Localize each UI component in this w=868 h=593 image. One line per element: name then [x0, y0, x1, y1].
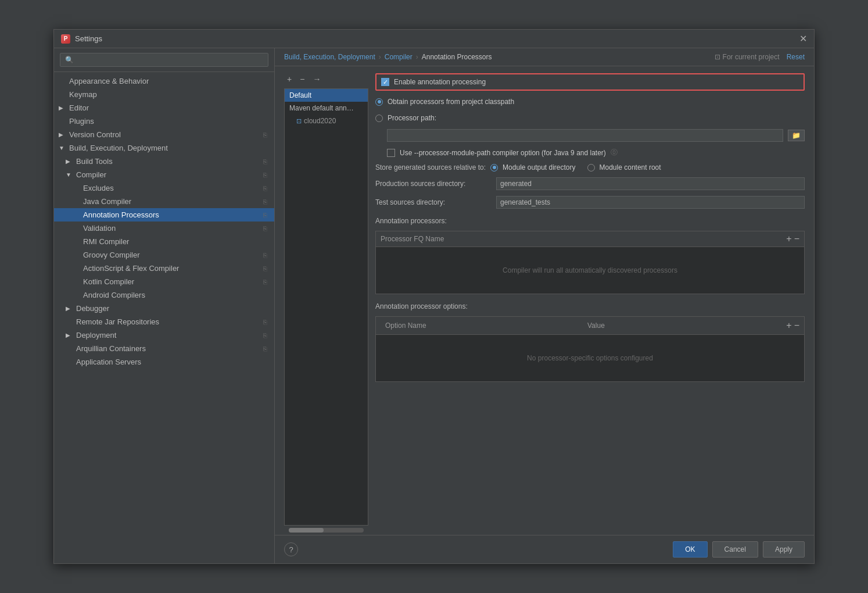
- production-sources-row: Production sources directory:: [375, 177, 805, 190]
- enable-annotation-label: Enable annotation processing: [394, 78, 486, 86]
- main-content: Build, Execution, Deployment › Compiler …: [275, 48, 814, 563]
- sidebar-item-debugger[interactable]: ▶ Debugger: [54, 302, 274, 315]
- copy-icon: ⎘: [263, 252, 267, 259]
- breadcrumb: Build, Execution, Deployment › Compiler …: [284, 53, 492, 61]
- sidebar-item-deployment[interactable]: ▶ Deployment ⎘: [54, 328, 274, 342]
- profile-item-default[interactable]: Default: [285, 89, 368, 102]
- enable-annotation-checkbox[interactable]: ✓: [381, 78, 389, 86]
- arrow-icon: ▶: [59, 131, 66, 138]
- sidebar-item-kotlin-compiler[interactable]: Kotlin Compiler ⎘: [54, 275, 274, 288]
- title-bar: P Settings ✕: [54, 30, 814, 48]
- dialog-title: Settings: [75, 34, 102, 43]
- sidebar-item-label: Android Compilers: [83, 291, 145, 299]
- breadcrumb-build-execution[interactable]: Build, Execution, Deployment: [284, 53, 375, 61]
- sidebar-item-keymap[interactable]: Keymap: [54, 88, 274, 101]
- sidebar-item-label: Appearance & Behavior: [69, 77, 149, 85]
- arrow-icon: ▶: [66, 305, 73, 312]
- remove-profile-button[interactable]: −: [297, 73, 307, 85]
- sidebar-item-label: Debugger: [76, 304, 109, 313]
- ok-button[interactable]: OK: [673, 541, 707, 558]
- help-tooltip-icon[interactable]: ⓪: [611, 148, 618, 158]
- sidebar-item-excludes[interactable]: Excludes ⎘: [54, 181, 274, 195]
- reset-link[interactable]: Reset: [787, 53, 805, 61]
- horizontal-scrollbar[interactable]: [289, 528, 364, 533]
- processor-path-radio[interactable]: [375, 115, 383, 122]
- arrow-icon: ▼: [59, 145, 66, 151]
- sidebar-item-rmi-compiler[interactable]: RMI Compiler: [54, 235, 274, 248]
- obtain-classpath-radio[interactable]: [375, 98, 383, 106]
- module-output-label: Module output directory: [503, 163, 575, 172]
- use-module-label: Use --processor-module-path compiler opt…: [400, 149, 606, 157]
- sidebar-item-version-control[interactable]: ▶ Version Control ⎘: [54, 128, 274, 141]
- add-processor-button[interactable]: +: [786, 234, 791, 244]
- sidebar-item-label: Build Tools: [76, 157, 113, 166]
- production-sources-input[interactable]: [496, 177, 805, 190]
- navigate-button[interactable]: →: [310, 73, 324, 85]
- close-button[interactable]: ✕: [799, 33, 807, 44]
- sidebar-item-appearance[interactable]: Appearance & Behavior: [54, 74, 274, 88]
- sidebar-item-label: Annotation Processors: [83, 210, 159, 219]
- sidebar-item-arquillian[interactable]: Arquillian Containers ⎘: [54, 342, 274, 355]
- left-panel: + − → Default Maven default ann…: [284, 73, 368, 528]
- breadcrumb-sep-1: ›: [379, 53, 381, 61]
- remove-processor-button[interactable]: −: [794, 234, 799, 244]
- processor-path-label: Processor path:: [388, 114, 436, 122]
- breadcrumb-sep-2: ›: [416, 53, 418, 61]
- obtain-classpath-row: Obtain processors from project classpath: [375, 97, 805, 107]
- sidebar-item-actionscript[interactable]: ActionScript & Flex Compiler ⎘: [54, 262, 274, 275]
- sidebar-item-build-tools[interactable]: ▶ Build Tools ⎘: [54, 155, 274, 168]
- sidebar-item-android-compilers[interactable]: Android Compilers: [54, 288, 274, 302]
- add-option-button[interactable]: +: [786, 320, 791, 331]
- sidebar-item-editor[interactable]: ▶ Editor: [54, 101, 274, 115]
- module-output-radio[interactable]: [490, 164, 498, 172]
- profile-item-cloud2020[interactable]: ⊡ cloud2020: [285, 115, 368, 127]
- sidebar-item-remote-jar[interactable]: Remote Jar Repositories ⎘: [54, 315, 274, 328]
- copy-icon: ⎘: [263, 158, 267, 165]
- copy-icon: ⎘: [263, 278, 267, 285]
- option-name-col: Option Name: [381, 319, 578, 332]
- content-area: + − → Default Maven default ann…: [275, 66, 814, 535]
- sidebar-item-groovy-compiler[interactable]: Groovy Compiler ⎘: [54, 248, 274, 262]
- sidebar-item-validation[interactable]: Validation ⎘: [54, 222, 274, 235]
- apply-button[interactable]: Apply: [763, 541, 805, 558]
- remove-option-button[interactable]: −: [794, 320, 799, 331]
- sidebar-item-label: Remote Jar Repositories: [76, 317, 159, 326]
- add-profile-button[interactable]: +: [284, 73, 295, 85]
- module-content-label: Module content root: [600, 163, 661, 172]
- sidebar-item-label: Editor: [69, 103, 89, 112]
- sidebar-item-build-execution[interactable]: ▼ Build, Execution, Deployment: [54, 141, 274, 155]
- processor-path-input[interactable]: [387, 129, 783, 142]
- annotation-processors-section-header: Annotation processors:: [375, 217, 805, 225]
- use-module-checkbox[interactable]: [387, 149, 395, 157]
- sidebar-item-label: Arquillian Containers: [76, 344, 146, 353]
- sidebar-item-label: Build, Execution, Deployment: [69, 144, 168, 152]
- obtain-classpath-label: Obtain processors from project classpath: [388, 98, 514, 106]
- sidebar-item-java-compiler[interactable]: Java Compiler ⎘: [54, 195, 274, 208]
- sidebar-item-compiler[interactable]: ▼ Compiler ⎘: [54, 168, 274, 181]
- copy-icon: ⎘: [263, 225, 267, 232]
- test-sources-input[interactable]: [496, 196, 805, 209]
- sidebar-item-label: Validation: [83, 224, 116, 233]
- dialog-footer: ? OK Cancel Apply: [275, 535, 814, 563]
- module-content-radio[interactable]: [587, 164, 595, 172]
- sidebar-item-annotation-processors[interactable]: Annotation Processors ⎘: [54, 208, 274, 222]
- arrow-icon: ▶: [59, 105, 66, 111]
- store-label: Store generated sources relative to:: [375, 163, 486, 172]
- for-current-text: ⊡ For current project: [715, 53, 779, 61]
- sidebar-item-app-servers[interactable]: Application Servers: [54, 355, 274, 369]
- processor-path-input-row: 📁: [387, 129, 805, 142]
- processors-table-body: Compiler will run all automatically disc…: [376, 247, 804, 294]
- sidebar-item-plugins[interactable]: Plugins: [54, 115, 274, 128]
- copy-icon: ⎘: [263, 265, 267, 272]
- sidebar-item-label: Application Servers: [76, 358, 141, 366]
- profile-item-maven-default[interactable]: Maven default ann…: [285, 102, 368, 115]
- breadcrumb-compiler[interactable]: Compiler: [385, 53, 413, 61]
- search-input[interactable]: [60, 53, 268, 67]
- cancel-button[interactable]: Cancel: [712, 541, 758, 558]
- copy-icon: ⎘: [263, 319, 267, 326]
- path-browse-button[interactable]: 📁: [788, 130, 805, 141]
- scrollbar-thumb: [289, 528, 324, 533]
- help-button[interactable]: ?: [284, 542, 298, 556]
- annotation-options-section-header: Annotation processor options:: [375, 302, 805, 310]
- sidebar-item-label: Keymap: [69, 90, 97, 99]
